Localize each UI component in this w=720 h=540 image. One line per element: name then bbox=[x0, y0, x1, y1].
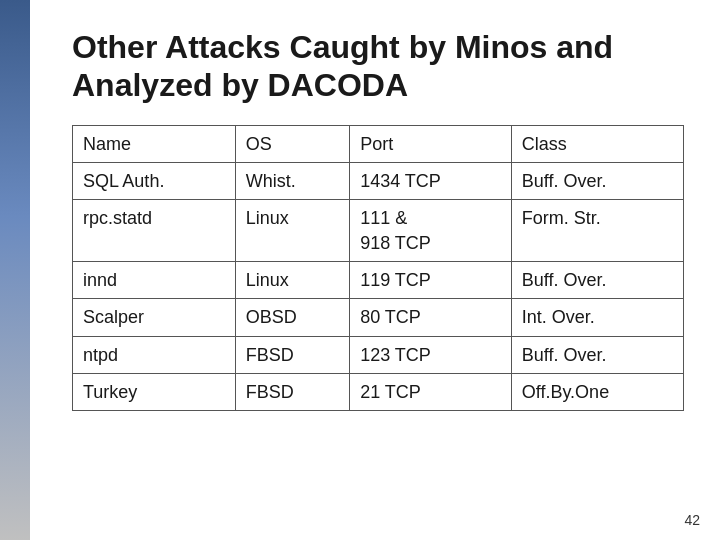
cell-port: 119 TCP bbox=[350, 261, 512, 298]
header-port: Port bbox=[350, 125, 512, 162]
cell-port: 21 TCP bbox=[350, 373, 512, 410]
cell-name: innd bbox=[73, 261, 236, 298]
page-number: 42 bbox=[684, 512, 700, 528]
title-line2: Analyzed by DACODA bbox=[72, 67, 408, 103]
table-header-row: Name OS Port Class bbox=[73, 125, 684, 162]
table-row: Turkey FBSD 21 TCP Off.By.One bbox=[73, 373, 684, 410]
corner-decoration bbox=[0, 0, 30, 540]
cell-port: 111 & 918 TCP bbox=[350, 200, 512, 262]
title-line1: Other Attacks Caught by Minos and bbox=[72, 29, 613, 65]
cell-name: ntpd bbox=[73, 336, 236, 373]
cell-os: Whist. bbox=[235, 163, 349, 200]
attacks-table: Name OS Port Class SQL Auth. Whist. 1434… bbox=[72, 125, 684, 411]
cell-port: 1434 TCP bbox=[350, 163, 512, 200]
cell-name: Scalper bbox=[73, 299, 236, 336]
cell-name: Turkey bbox=[73, 373, 236, 410]
cell-class: Buff. Over. bbox=[511, 336, 683, 373]
cell-class: Buff. Over. bbox=[511, 163, 683, 200]
header-class: Class bbox=[511, 125, 683, 162]
slide-container: Other Attacks Caught by Minos and Analyz… bbox=[0, 0, 720, 540]
table-row: Scalper OBSD 80 TCP Int. Over. bbox=[73, 299, 684, 336]
cell-os: OBSD bbox=[235, 299, 349, 336]
cell-port: 80 TCP bbox=[350, 299, 512, 336]
cell-os: Linux bbox=[235, 200, 349, 262]
cell-os: FBSD bbox=[235, 336, 349, 373]
cell-os: Linux bbox=[235, 261, 349, 298]
cell-name: SQL Auth. bbox=[73, 163, 236, 200]
cell-port: 123 TCP bbox=[350, 336, 512, 373]
table-row: SQL Auth. Whist. 1434 TCP Buff. Over. bbox=[73, 163, 684, 200]
cell-name: rpc.statd bbox=[73, 200, 236, 262]
table-row: ntpd FBSD 123 TCP Buff. Over. bbox=[73, 336, 684, 373]
slide-title: Other Attacks Caught by Minos and Analyz… bbox=[72, 28, 684, 105]
cell-os: FBSD bbox=[235, 373, 349, 410]
table-row: innd Linux 119 TCP Buff. Over. bbox=[73, 261, 684, 298]
cell-class: Form. Str. bbox=[511, 200, 683, 262]
cell-class: Off.By.One bbox=[511, 373, 683, 410]
cell-class: Buff. Over. bbox=[511, 261, 683, 298]
table-row: rpc.statd Linux 111 & 918 TCP Form. Str. bbox=[73, 200, 684, 262]
header-name: Name bbox=[73, 125, 236, 162]
header-os: OS bbox=[235, 125, 349, 162]
cell-class: Int. Over. bbox=[511, 299, 683, 336]
